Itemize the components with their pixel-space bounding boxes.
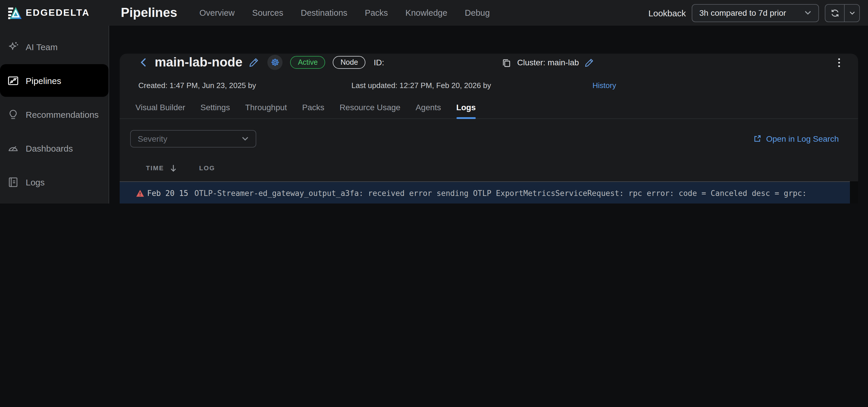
page-title: Pipelines bbox=[121, 5, 177, 21]
sort-descending-icon[interactable] bbox=[170, 164, 177, 172]
sidebar-item-label: Dashboards bbox=[26, 143, 73, 153]
sidebar-item-logs[interactable]: Logs bbox=[0, 166, 108, 198]
status-badge: Active bbox=[290, 56, 326, 69]
lookback-label: Lookback bbox=[649, 8, 686, 18]
edgedelta-logo-icon bbox=[8, 7, 22, 19]
sidebar-item-pipelines[interactable]: Pipelines bbox=[0, 64, 108, 97]
tab-visual-builder[interactable]: Visual Builder bbox=[135, 103, 185, 118]
nav-debug[interactable]: Debug bbox=[465, 8, 490, 18]
sidebar-item-ai-team[interactable]: AI Team bbox=[0, 30, 108, 63]
lightbulb-icon bbox=[6, 108, 19, 121]
sidebar-item-label: Logs bbox=[26, 177, 45, 187]
scrollbar-track[interactable] bbox=[850, 181, 858, 203]
open-in-log-search-label: Open in Log Search bbox=[766, 134, 839, 143]
cluster-group: Cluster: main-lab bbox=[502, 58, 595, 67]
pipeline-detail-panel: main-lab-node ☸ Active Node ID: bbox=[120, 54, 858, 203]
top-nav: Overview Sources Destinations Packs Know… bbox=[199, 8, 490, 18]
sidebar-item-label: AI Team bbox=[26, 42, 58, 52]
tab-resource-usage[interactable]: Resource Usage bbox=[339, 103, 400, 118]
log-message: OTLP-Streamer-ed_gateway_output_a3fa: re… bbox=[194, 189, 850, 197]
sidebar-item-metrics[interactable]: Metrics bbox=[0, 199, 108, 203]
created-text: Created: 1:47 PM, Jun 23, 2025 by bbox=[138, 81, 256, 90]
edit-title-pencil-icon[interactable] bbox=[250, 58, 259, 67]
brand-logo[interactable]: EDGEDELTA bbox=[0, 7, 109, 19]
pipeline-icon bbox=[6, 74, 19, 87]
log-table: TIME LOG bbox=[120, 163, 858, 203]
open-in-log-search-link[interactable]: Open in Log Search bbox=[753, 134, 839, 143]
meta-row: Created: 1:47 PM, Jun 23, 2025 by Last u… bbox=[138, 81, 844, 90]
gauge-icon bbox=[6, 142, 19, 155]
tab-throughput[interactable]: Throughput bbox=[245, 103, 287, 118]
sidebar-item-recommendations[interactable]: Recommendations bbox=[0, 98, 108, 131]
lookback-value: 3h compared to 7d prior bbox=[699, 8, 786, 18]
sidebar-item-dashboards[interactable]: Dashboards bbox=[0, 132, 108, 164]
kubernetes-icon: ☸ bbox=[268, 55, 283, 70]
pipeline-title: main-lab-node bbox=[155, 55, 243, 70]
lookback-select[interactable]: 3h compared to 7d prior bbox=[692, 4, 819, 22]
nav-sources[interactable]: Sources bbox=[252, 8, 283, 18]
main-area: main-lab-node ☸ Active Node ID: bbox=[109, 26, 868, 203]
last-updated-text: Last updated: 12:27 PM, Feb 20, 2026 by bbox=[351, 81, 491, 90]
severity-select[interactable]: Severity bbox=[130, 130, 256, 147]
sparkle-icon bbox=[6, 40, 19, 53]
log-table-header: TIME LOG bbox=[120, 163, 858, 173]
nav-packs[interactable]: Packs bbox=[365, 8, 388, 18]
edit-cluster-pencil-icon[interactable] bbox=[585, 58, 595, 67]
type-badge: Node bbox=[333, 56, 366, 69]
severity-placeholder: Severity bbox=[138, 134, 167, 143]
id-label: ID: bbox=[374, 58, 384, 67]
column-log[interactable]: LOG bbox=[199, 164, 215, 171]
kebab-menu-button[interactable] bbox=[834, 56, 844, 69]
cluster-label: Cluster: main-lab bbox=[517, 58, 579, 67]
journal-icon bbox=[6, 175, 19, 188]
log-table-row[interactable]: Feb 20 15 OTLP-Streamer-ed_gateway_outpu… bbox=[120, 181, 850, 203]
copy-icon[interactable] bbox=[502, 58, 512, 67]
column-time[interactable]: TIME bbox=[146, 164, 164, 171]
back-button[interactable] bbox=[140, 57, 148, 68]
tab-settings[interactable]: Settings bbox=[200, 103, 230, 118]
pipeline-header: main-lab-node ☸ Active Node ID: bbox=[140, 54, 844, 71]
refresh-options-button[interactable] bbox=[845, 4, 859, 21]
brand-name: EDGEDELTA bbox=[26, 8, 90, 18]
logs-toolbar: Severity Open in Log Search bbox=[130, 130, 844, 147]
warning-icon bbox=[136, 189, 145, 197]
nav-destinations[interactable]: Destinations bbox=[301, 8, 347, 18]
sidebar: AI Team Pipelines bbox=[0, 26, 109, 203]
top-bar: EDGEDELTA Pipelines Overview Sources Des… bbox=[0, 0, 868, 26]
app-root: EDGEDELTA Pipelines Overview Sources Des… bbox=[0, 0, 868, 203]
history-link[interactable]: History bbox=[592, 81, 616, 90]
refresh-icon bbox=[830, 8, 839, 17]
refresh-split-button bbox=[825, 4, 860, 22]
external-link-icon bbox=[753, 135, 762, 143]
tab-logs[interactable]: Logs bbox=[456, 103, 476, 118]
shell: AI Team Pipelines bbox=[0, 26, 868, 203]
nav-knowledge[interactable]: Knowledge bbox=[405, 8, 447, 18]
log-time: Feb 20 15 bbox=[147, 189, 194, 197]
chevron-down-icon bbox=[242, 136, 249, 141]
sidebar-item-label: Recommendations bbox=[26, 109, 99, 119]
nav-overview[interactable]: Overview bbox=[199, 8, 235, 18]
tab-agents[interactable]: Agents bbox=[415, 103, 441, 118]
chevron-down-icon bbox=[804, 10, 811, 15]
chevron-down-icon bbox=[849, 11, 855, 15]
sidebar-item-label: Pipelines bbox=[26, 75, 61, 86]
tab-bar: Visual Builder Settings Throughput Packs… bbox=[120, 103, 858, 119]
log-rows: Feb 20 15 OTLP-Streamer-ed_gateway_outpu… bbox=[120, 181, 850, 203]
tab-packs[interactable]: Packs bbox=[302, 103, 324, 118]
lookback-group: Lookback 3h compared to 7d prior bbox=[649, 4, 868, 22]
refresh-button[interactable] bbox=[826, 4, 845, 21]
